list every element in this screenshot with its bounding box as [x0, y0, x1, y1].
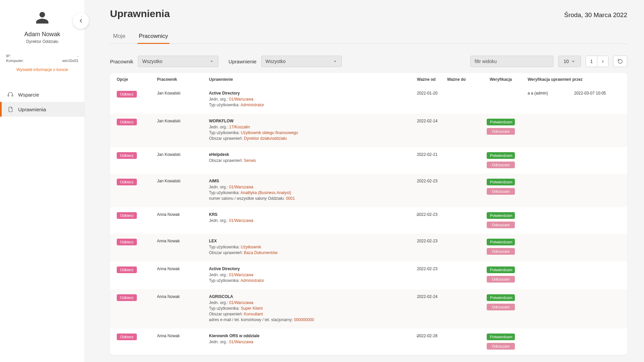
page-size-select[interactable]: 10	[558, 56, 581, 67]
confirm-button[interactable]: Potwierdzam	[487, 212, 515, 219]
ip-label: IP:	[6, 54, 11, 58]
filter-employee-select[interactable]: Wszystko	[138, 56, 218, 67]
view-filter-input[interactable]	[470, 56, 553, 67]
permission-title: WORKFLOW	[209, 119, 417, 123]
next-page-button[interactable]	[597, 56, 608, 67]
confirm-button[interactable]: Potwierdzam	[487, 179, 515, 185]
revoke-button[interactable]: Odbierz	[117, 266, 137, 273]
permission-cell: AGRISCOLAJedn. org.: 01/WarszawaTyp użyt…	[209, 294, 417, 323]
sidebar-item-label: Uprawnienia	[18, 107, 46, 112]
employee-name: Anna Nowak	[157, 266, 209, 271]
revoke-button[interactable]: Odbierz	[117, 91, 137, 98]
confirm-button[interactable]: Potwierdzam	[487, 294, 515, 301]
revoke-button[interactable]: Odbierz	[117, 294, 137, 301]
col-permission: Uprawnienie	[209, 77, 417, 82]
expand-row-button[interactable]	[415, 212, 420, 219]
col-verification: Weryfikacja	[474, 77, 528, 82]
chevron-right-icon	[600, 59, 605, 64]
permission-cell: LEXTyp użytkownika: UżytkownikObszar upr…	[209, 239, 417, 256]
document-icon	[7, 106, 13, 112]
refresh-button[interactable]	[613, 56, 627, 67]
reject-button[interactable]: Odrzucam	[487, 248, 515, 255]
headset-icon	[7, 92, 13, 98]
valid-from: 2022-02-23	[417, 239, 447, 243]
permission-cell: WORKFLOWJedn. org.: 17/KoszalinTyp użytk…	[209, 119, 417, 142]
revoke-button[interactable]: Odbierz	[117, 179, 137, 185]
valid-from: 2022-02-28	[417, 334, 447, 338]
reject-button[interactable]: Odrzucam	[487, 188, 515, 195]
permission-meta: Typ użytkownika: Administrator	[209, 103, 417, 107]
verified-by: a a (admin)	[528, 91, 574, 96]
verification-actions: PotwierdzamOdrzucam	[474, 212, 528, 228]
permission-title: AIMS	[209, 179, 417, 183]
sidebar-item-permissions[interactable]: Uprawnienia	[0, 102, 85, 117]
col-verified-by: Weryfikacja uprawnień przez	[528, 77, 621, 82]
valid-from: 2022-01-20	[417, 91, 447, 96]
permission-title: Active Directory	[209, 91, 417, 96]
employee-name: Jan Kowalski	[157, 91, 209, 96]
col-employee: Pracownik	[157, 77, 209, 82]
confirm-button[interactable]: Potwierdzam	[487, 239, 515, 245]
tab-employees[interactable]: Pracownicy	[138, 29, 169, 44]
reject-button[interactable]: Odrzucam	[487, 343, 515, 350]
employee-name: Anna Nowak	[157, 334, 209, 338]
valid-from: 2022-02-23	[417, 266, 447, 271]
filter-employee-label: Pracownik	[110, 59, 133, 64]
employee-name: Jan Kowalski	[157, 119, 209, 123]
permission-meta: Jedn. org.: 01/Warszawa	[209, 97, 417, 102]
permission-title: eHelpdesk	[209, 152, 417, 157]
table-row: OdbierzJan KowalskiAIMSJedn. org.: 01/Wa…	[110, 174, 627, 207]
reject-button[interactable]: Odrzucam	[487, 276, 515, 283]
confirm-button[interactable]: Potwierdzam	[487, 119, 515, 125]
table-row: OdbierzAnna NowakLEXTyp użytkownika: Uży…	[110, 234, 627, 261]
chevron-down-icon	[571, 59, 576, 64]
revoke-button[interactable]: Odbierz	[117, 119, 137, 125]
permission-cell: KRSJedn. org.: 01/Warszawa	[209, 212, 417, 224]
revoke-button[interactable]: Odbierz	[117, 239, 137, 245]
reject-button[interactable]: Odrzucam	[487, 128, 515, 135]
verification-actions: PotwierdzamOdrzucam	[474, 179, 528, 195]
pager: 1	[586, 56, 608, 67]
valid-from: 2022-02-24	[417, 294, 447, 299]
reject-button[interactable]: Odrzucam	[487, 162, 515, 168]
table-row: OdbierzAnna NowakKierownik ORS w oddzial…	[110, 328, 627, 355]
employee-name: Anna Nowak	[157, 294, 209, 299]
permission-meta: Obszar uprawnień: Konsultant	[209, 312, 417, 316]
avatar	[35, 10, 50, 25]
verification-actions: PotwierdzamOdrzucam	[474, 294, 528, 310]
permission-cell: Active DirectoryJedn. org.: 01/WarszawaT…	[209, 91, 417, 108]
svg-rect-1	[12, 95, 13, 97]
permission-meta: adres e-mail / tel. komórkowy / tel. sta…	[209, 317, 417, 322]
refresh-icon	[618, 59, 623, 64]
confirm-button[interactable]: Potwierdzam	[487, 334, 515, 340]
verified-at: 2022-03-07 10:05	[574, 91, 621, 96]
table-header: Opcje Pracownik Uprawnienie Ważne od Waż…	[110, 73, 627, 86]
sidebar-item-support[interactable]: Wsparcie	[0, 87, 85, 102]
reject-button[interactable]: Odrzucam	[487, 304, 515, 310]
computer-label: Komputer:	[6, 59, 24, 63]
filter-permission-select[interactable]: Wszystko	[261, 56, 342, 67]
revoke-button[interactable]: Odbierz	[117, 212, 137, 219]
permissions-table: Opcje Pracownik Uprawnienie Ważne od Waż…	[110, 73, 627, 355]
chevron-down-icon	[209, 59, 214, 64]
verification-actions: PotwierdzamOdrzucam	[474, 239, 528, 255]
permission-title: KRS	[209, 212, 417, 217]
user-role: Dyrektor Oddziału	[7, 39, 78, 44]
permission-cell: Kierownik ORS w oddzialeJedn. org.: 01/W…	[209, 334, 417, 345]
sidebar-collapse-button[interactable]	[73, 13, 89, 29]
page-size-value: 10	[564, 59, 569, 64]
expand-row-button[interactable]	[415, 334, 420, 340]
confirm-button[interactable]: Potwierdzam	[487, 152, 515, 159]
filter-permission-label: Uprawnienie	[228, 59, 256, 64]
revoke-button[interactable]: Odbierz	[117, 334, 137, 340]
table-row: OdbierzJan KowalskiWORKFLOWJedn. org.: 1…	[110, 114, 627, 147]
revoke-button[interactable]: Odbierz	[117, 152, 137, 159]
employee-name: Jan Kowalski	[157, 179, 209, 183]
account-info-link[interactable]: Wyświetl informacje o koncie	[0, 67, 85, 72]
valid-from: 2022-02-14	[417, 119, 447, 123]
permission-meta: Typ użytkownika: Użytkownik	[209, 245, 417, 249]
confirm-button[interactable]: Potwierdzam	[487, 266, 515, 273]
tab-mine[interactable]: Moje	[112, 29, 127, 44]
reject-button[interactable]: Odrzucam	[487, 222, 515, 228]
chevron-down-icon	[415, 334, 420, 339]
